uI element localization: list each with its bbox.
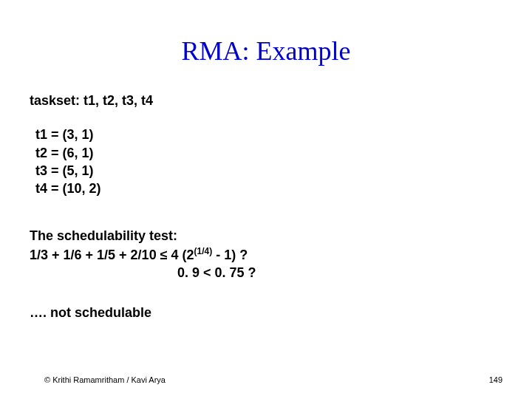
task-t2: t2 = (6, 1): [35, 144, 502, 162]
slide-title: RMA: Example: [30, 0, 502, 92]
sched-inequality: 1/3 + 1/6 + 1/5 + 2/10 ≤ 4 (2(1/4) - 1) …: [30, 245, 502, 264]
page-number: 149: [489, 375, 502, 384]
sched-exponent: (1/4): [194, 246, 213, 256]
task-t4: t4 = (10, 2): [35, 180, 502, 197]
footer-credit: © Krithi Ramamritham / Kavi Arya: [44, 375, 166, 384]
task-definitions: t1 = (3, 1) t2 = (6, 1) t3 = (5, 1) t4 =…: [35, 126, 502, 197]
task-t3: t3 = (5, 1): [35, 162, 502, 180]
conclusion: …. not schedulable: [30, 304, 502, 321]
schedulability-test: The schedulability test: 1/3 + 1/6 + 1/5…: [30, 227, 502, 282]
slide: RMA: Example taskset: t1, t2, t3, t4 t1 …: [0, 0, 532, 399]
sched-heading: The schedulability test:: [30, 227, 502, 245]
sched-rhs: - 1) ?: [212, 248, 248, 262]
slide-body: taskset: t1, t2, t3, t4 t1 = (3, 1) t2 =…: [30, 92, 502, 322]
task-t1: t1 = (3, 1): [35, 126, 502, 143]
taskset-line: taskset: t1, t2, t3, t4: [30, 92, 502, 109]
sched-lhs: 1/3 + 1/6 + 1/5 + 2/10 ≤ 4 (2: [30, 248, 194, 262]
sched-numeric: 0. 9 < 0. 75 ?: [30, 264, 502, 282]
